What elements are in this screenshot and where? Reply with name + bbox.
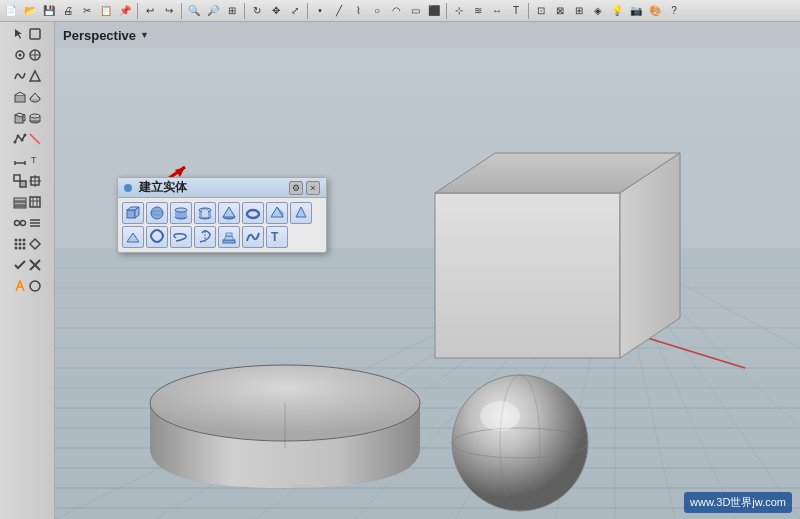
left-icon-layers[interactable] xyxy=(4,192,50,212)
panel-settings-btn[interactable]: ⚙ xyxy=(289,181,303,195)
panel-header[interactable]: 建立实体 ⚙ × xyxy=(118,178,326,198)
svg-rect-32 xyxy=(14,202,26,205)
tool-torus[interactable] xyxy=(242,202,264,224)
toolbar-icon-polyline[interactable]: ⌇ xyxy=(349,2,367,20)
svg-point-105 xyxy=(151,207,163,219)
svg-text:T: T xyxy=(31,155,37,165)
svg-rect-33 xyxy=(14,206,26,208)
svg-point-38 xyxy=(14,221,19,226)
toolbar-icon-move[interactable]: ✥ xyxy=(267,2,285,20)
toolbar-icon-rotate[interactable]: ↻ xyxy=(248,2,266,20)
left-icon-check[interactable] xyxy=(4,255,50,275)
toolbar-icon-line[interactable]: ╱ xyxy=(330,2,348,20)
toolbar-icon-copy[interactable]: 📋 xyxy=(97,2,115,20)
svg-rect-114 xyxy=(202,210,208,217)
tool-wedge[interactable] xyxy=(122,226,144,248)
tool-tube[interactable] xyxy=(194,202,216,224)
toolbar-icon-snap2[interactable]: ⊠ xyxy=(551,2,569,20)
svg-rect-25 xyxy=(14,175,20,181)
left-icon-misc[interactable] xyxy=(4,276,50,296)
svg-point-15 xyxy=(30,114,40,118)
svg-marker-120 xyxy=(296,207,306,217)
svg-marker-124 xyxy=(224,236,234,240)
toolbar-icon-render[interactable]: ◈ xyxy=(589,2,607,20)
toolbar-icon-help[interactable]: ? xyxy=(665,2,683,20)
toolbar-icon-snap1[interactable]: ⊡ xyxy=(532,2,550,20)
watermark: www.3D世界jw.com xyxy=(684,492,792,513)
panel-body: T xyxy=(118,198,326,252)
toolbar-icon-text[interactable]: T xyxy=(507,2,525,20)
toolbar-icon-nurbs[interactable]: ≋ xyxy=(469,2,487,20)
svg-marker-116 xyxy=(223,207,235,217)
svg-rect-102 xyxy=(127,210,135,218)
toolbar-icon-snap3[interactable]: ⊞ xyxy=(570,2,588,20)
toolbar-icon-arc[interactable]: ◠ xyxy=(387,2,405,20)
left-icon-mesh[interactable] xyxy=(4,129,50,149)
svg-marker-57 xyxy=(55,248,800,519)
toolbar-icon-dim[interactable]: ↔ xyxy=(488,2,506,20)
panel-close-btn[interactable]: × xyxy=(306,181,320,195)
toolbar-icon-redo[interactable]: ↪ xyxy=(160,2,178,20)
left-icon-dim[interactable]: T xyxy=(4,150,50,170)
tool-pyramid[interactable] xyxy=(266,202,288,224)
svg-marker-52 xyxy=(30,239,40,249)
toolbar-icon-print[interactable]: 🖨 xyxy=(59,2,77,20)
toolbar-icon-point[interactable]: • xyxy=(311,2,329,20)
toolbar-icon-material[interactable]: 🎨 xyxy=(646,2,664,20)
toolbar-icon-zoom-out[interactable]: 🔎 xyxy=(204,2,222,20)
svg-point-19 xyxy=(23,134,26,137)
tool-pipe[interactable] xyxy=(146,226,168,248)
toolbar-icon-circle[interactable]: ○ xyxy=(368,2,386,20)
svg-point-47 xyxy=(18,243,21,246)
tool-box[interactable] xyxy=(122,202,144,224)
toolbar-icon-camera[interactable]: 📷 xyxy=(627,2,645,20)
left-icon-edit[interactable] xyxy=(4,213,50,233)
viewport-label: Perspective xyxy=(63,28,136,43)
watermark-text: www.3D世界jw.com xyxy=(690,496,786,508)
svg-rect-31 xyxy=(14,198,26,201)
svg-point-17 xyxy=(16,135,19,138)
svg-point-43 xyxy=(14,239,17,242)
toolbar-icon-zoom-in[interactable]: 🔍 xyxy=(185,2,203,20)
separator-6 xyxy=(528,3,529,19)
left-icon-surface[interactable] xyxy=(4,87,50,107)
left-icon-select[interactable] xyxy=(4,24,50,44)
tool-loft[interactable] xyxy=(218,226,240,248)
top-toolbar: 📄 📂 💾 🖨 ✂ 📋 📌 ↩ ↪ 🔍 🔎 ⊞ ↻ ✥ ⤢ • ╱ ⌇ ○ ◠ … xyxy=(0,0,800,22)
svg-point-48 xyxy=(22,243,25,246)
toolbar-icon-save[interactable]: 💾 xyxy=(40,2,58,20)
tool-text3d[interactable]: T xyxy=(266,226,288,248)
tool-cone[interactable] xyxy=(218,202,240,224)
toolbar-icon-rect[interactable]: ▭ xyxy=(406,2,424,20)
left-icon-point[interactable] xyxy=(4,45,50,65)
left-icon-curve[interactable] xyxy=(4,66,50,86)
toolbar-icon-new[interactable]: 📄 xyxy=(2,2,20,20)
svg-rect-125 xyxy=(226,233,232,236)
separator-2 xyxy=(181,3,182,19)
svg-point-44 xyxy=(18,239,21,242)
left-icon-solid[interactable] xyxy=(4,108,50,128)
toolbar-icon-light[interactable]: 💡 xyxy=(608,2,626,20)
tool-sweep[interactable] xyxy=(242,226,264,248)
tool-revolve[interactable] xyxy=(194,226,216,248)
tool-extrude[interactable] xyxy=(290,202,312,224)
toolbar-icon-open[interactable]: 📂 xyxy=(21,2,39,20)
svg-point-51 xyxy=(22,247,25,250)
toolbar-icon-undo[interactable]: ↩ xyxy=(141,2,159,20)
toolbar-icon-cut[interactable]: ✂ xyxy=(78,2,96,20)
viewport-dropdown-arrow[interactable]: ▼ xyxy=(140,30,149,40)
svg-rect-93 xyxy=(435,193,620,358)
viewport[interactable]: Perspective ▼ xyxy=(55,22,800,519)
left-icon-snap-grid[interactable] xyxy=(4,234,50,254)
left-toolbar: T xyxy=(0,22,55,519)
tool-sphere[interactable] xyxy=(146,202,168,224)
toolbar-icon-mesh[interactable]: ⊹ xyxy=(450,2,468,20)
toolbar-icon-scale[interactable]: ⤢ xyxy=(286,2,304,20)
tool-cylinder[interactable] xyxy=(170,202,192,224)
toolbar-icon-paste[interactable]: 📌 xyxy=(116,2,134,20)
toolbar-icon-surface[interactable]: ⬛ xyxy=(425,2,443,20)
left-icon-transform[interactable] xyxy=(4,171,50,191)
panel-title: 建立实体 xyxy=(139,179,285,196)
toolbar-icon-zoom-fit[interactable]: ⊞ xyxy=(223,2,241,20)
tool-helix[interactable] xyxy=(170,226,192,248)
